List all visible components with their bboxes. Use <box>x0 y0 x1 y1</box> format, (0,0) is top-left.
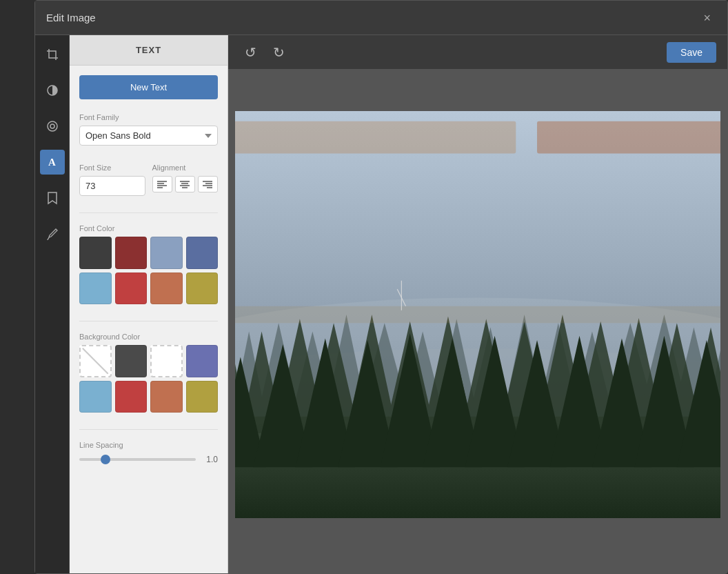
svg-rect-64 <box>235 306 720 324</box>
bg-color-label: Background Color <box>79 333 218 341</box>
bg-color-dark[interactable] <box>115 345 148 377</box>
bg-color-purple[interactable] <box>186 345 219 377</box>
font-color-label: Font Color <box>79 224 218 232</box>
align-center-button[interactable] <box>175 176 195 192</box>
crop-icon-btn[interactable] <box>40 42 65 67</box>
line-spacing-slider[interactable] <box>79 458 196 461</box>
font-size-input[interactable] <box>79 176 145 196</box>
font-size-label: Font Size <box>79 164 145 172</box>
divider-2 <box>79 321 218 321</box>
panel-header: TEXT <box>70 35 228 66</box>
color-swatch-olive[interactable] <box>186 273 219 305</box>
bg-color-red[interactable] <box>115 381 148 413</box>
canvas-area[interactable] <box>228 70 727 573</box>
line-spacing-section: Line Spacing 1.0 <box>70 437 228 474</box>
svg-line-15 <box>83 348 108 374</box>
font-family-section: Font Family Open Sans Bold Arial Times N… <box>70 109 228 155</box>
forest-image <box>235 111 720 518</box>
align-right-button[interactable] <box>198 176 218 192</box>
bg-color-sky[interactable] <box>79 381 112 413</box>
color-swatch-darkred[interactable] <box>115 237 148 269</box>
font-color-section: Font Color <box>70 220 228 314</box>
color-swatch-lightblue[interactable] <box>150 237 183 269</box>
modal-body: A TEXT New Text <box>35 35 727 573</box>
modal-overlay: Edit Image × <box>0 0 728 574</box>
divider-1 <box>79 212 218 213</box>
svg-point-1 <box>48 121 57 131</box>
color-swatch-sky[interactable] <box>79 273 112 305</box>
text-icon-btn[interactable]: A <box>40 150 65 175</box>
paint-icon-btn[interactable] <box>40 221 65 246</box>
edit-image-modal: Edit Image × <box>34 0 728 574</box>
color-swatch-red[interactable] <box>115 273 148 305</box>
undo-button[interactable]: ↺ <box>239 43 262 62</box>
svg-rect-62 <box>235 121 516 154</box>
canvas-wrapper: ↺ ↻ Save <box>228 35 727 573</box>
left-sidebar: A <box>35 35 70 573</box>
bg-color-transparent2[interactable] <box>150 345 183 377</box>
bg-color-transparent[interactable] <box>79 345 112 377</box>
align-left-button[interactable] <box>152 176 172 192</box>
font-color-grid <box>79 237 218 304</box>
line-spacing-label: Line Spacing <box>79 441 218 449</box>
save-button[interactable]: Save <box>667 42 716 63</box>
font-family-label: Font Family <box>79 113 218 121</box>
modal-header: Edit Image × <box>35 1 727 35</box>
text-icon: A <box>48 157 56 168</box>
adjust-icon-btn[interactable] <box>40 114 65 139</box>
color-swatch-blue[interactable] <box>186 237 219 269</box>
color-swatch-salmon[interactable] <box>150 273 183 305</box>
svg-point-2 <box>50 124 54 128</box>
font-size-alignment-section: Font Size Alignment <box>70 155 228 206</box>
text-panel: TEXT New Text Font Family Open Sans Bold… <box>70 35 228 573</box>
color-swatch-dark[interactable] <box>79 237 112 269</box>
bookmark-icon-btn[interactable] <box>40 186 65 210</box>
image-container <box>235 111 720 518</box>
bg-color-salmon[interactable] <box>150 381 183 413</box>
redo-button[interactable]: ↻ <box>267 43 290 62</box>
canvas-toolbar: ↺ ↻ Save <box>228 35 727 70</box>
bg-color-section: Background Color <box>70 328 228 422</box>
line-spacing-value: 1.0 <box>201 455 218 464</box>
filter-icon-btn[interactable] <box>40 78 65 103</box>
bg-color-olive[interactable] <box>186 381 219 413</box>
alignment-buttons <box>152 176 219 192</box>
modal-title: Edit Image <box>46 12 96 23</box>
new-text-button[interactable]: New Text <box>79 75 218 99</box>
bg-color-grid <box>79 345 218 413</box>
close-button[interactable]: × <box>698 9 716 27</box>
font-family-select[interactable]: Open Sans Bold Arial Times New Roman Geo… <box>79 126 218 146</box>
svg-rect-63 <box>537 121 720 154</box>
divider-3 <box>79 429 218 430</box>
alignment-label: Alignment <box>152 164 219 172</box>
